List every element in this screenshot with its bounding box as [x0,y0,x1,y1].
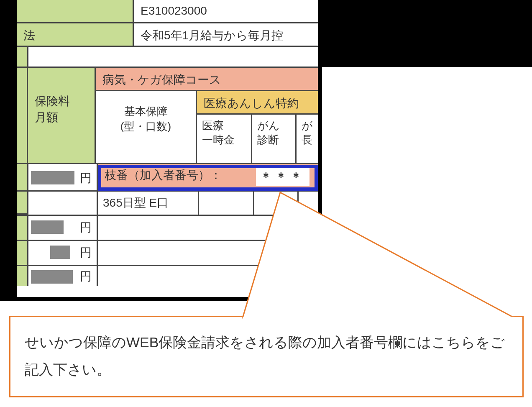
redacted-value-2 [31,220,64,234]
type-365: 365日型 E口 [98,192,199,215]
data-row-365: 365日型 E口 [17,192,318,216]
premium-label: 保険料 月額 [28,68,96,163]
enrollee-number-cell: 枝番（加入者番号）： ＊＊＊ [98,164,318,192]
redacted-value-3 [50,246,70,259]
gap-row [17,47,318,68]
row-code: E310023000 [17,0,318,23]
method-value: 令和5年1月給与から毎月控 [134,23,318,46]
col-medical-lump: 医療 一時金 [197,115,252,163]
yen-unit-3: 円 [80,245,92,261]
row-method: 法 令和5年1月給与から毎月控 [17,23,318,47]
insurance-table: E310023000 法 令和5年1月給与から毎月控 保険料 月額 病気・ケガ保… [17,0,322,301]
col-cancer: がん 診断 [252,115,297,163]
code-value: E310023000 [134,0,318,22]
basic-coverage-label: 基本保障 (型・口数) [96,91,197,163]
enrollee-stars: ＊＊＊ [256,168,309,186]
yen-unit-1: 円 [80,170,92,186]
black-mask-top [322,0,532,67]
method-label: 法 [17,23,134,46]
yen-unit-4: 円 [80,269,92,284]
special-title: 医療あんしん特約 [197,91,318,115]
yen-row-4: 円 [17,266,318,286]
yen-row-2: 円 [17,216,318,241]
main-header-section: 保険料 月額 病気・ケガ保障コース 基本保障 (型・口数) 医療あんしん特約 医… [17,68,318,164]
yen-unit-2: 円 [80,220,92,235]
enrollee-row: 円 枝番（加入者番号）： ＊＊＊ [17,164,318,192]
enrollee-label: 枝番（加入者番号）： [105,169,222,182]
black-mask-left [0,0,17,301]
col-last: が 長 [297,115,318,163]
yen-cell-1: 円 [28,164,98,192]
course-title: 病気・ケガ保障コース [96,68,318,91]
redacted-value-1 [31,171,74,184]
callout-box: せいかつ保障のWEB保険金請求をされる際の加入者番号欄にはこちらをご記入下さい。 [9,316,524,397]
redacted-value-4 [31,270,73,284]
yen-row-3: 円 [17,241,318,266]
